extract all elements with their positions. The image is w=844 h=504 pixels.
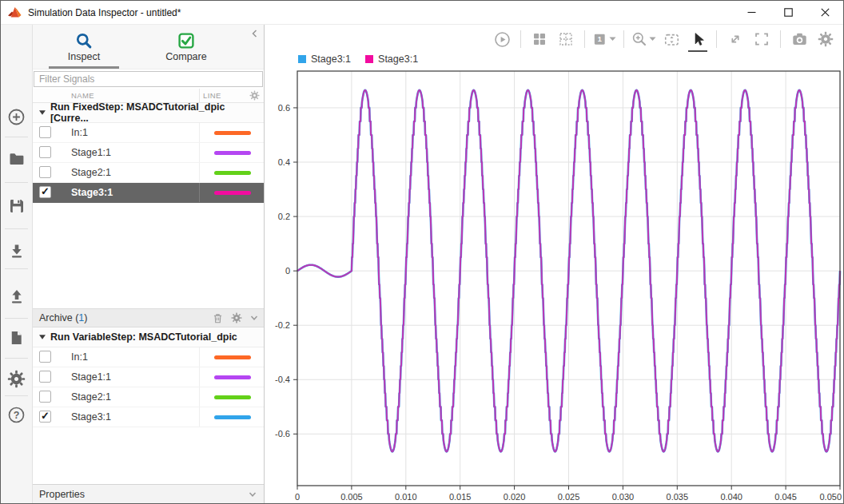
toolbar-divider bbox=[716, 30, 717, 48]
column-header-name: NAME bbox=[71, 91, 94, 100]
run-title: Run FixedStep: MSADCTutorial_dpic [Curre… bbox=[50, 101, 264, 124]
signal-line-swatch[interactable] bbox=[214, 355, 251, 359]
trash-icon[interactable] bbox=[212, 312, 224, 324]
y-tick-label: 0.2 bbox=[278, 212, 290, 221]
sidebar-tabs: Inspect Compare bbox=[33, 25, 264, 69]
signal-name: In:1 bbox=[71, 127, 88, 138]
archive-settings-gear-icon[interactable] bbox=[231, 312, 242, 323]
signal-row-Stage2:1[interactable]: Stage2:1 bbox=[33, 387, 264, 407]
signal-name: Stage1:1 bbox=[71, 371, 111, 383]
snapshot-button[interactable] bbox=[786, 29, 812, 50]
import-button[interactable] bbox=[1, 233, 32, 268]
pointer-cursor-icon bbox=[690, 31, 706, 47]
filter-signals-input[interactable] bbox=[34, 71, 263, 87]
signal-checkbox[interactable] bbox=[39, 146, 51, 158]
layout-views-button[interactable]: 1 bbox=[591, 29, 618, 50]
tab-compare-label: Compare bbox=[165, 51, 206, 62]
run-group-header-variablestep[interactable]: Run VariableStep: MSADCTutorial_dpic bbox=[33, 327, 264, 347]
signal-checkbox[interactable] bbox=[39, 351, 51, 363]
close-button[interactable] bbox=[806, 1, 843, 24]
chevron-down-icon bbox=[248, 490, 257, 499]
y-tick-label: 0.6 bbox=[278, 103, 290, 113]
save-button[interactable] bbox=[1, 189, 32, 224]
signal-row-Stage2:1[interactable]: Stage2:1 bbox=[33, 163, 264, 183]
signal-line-swatch[interactable] bbox=[214, 151, 251, 155]
signal-line-swatch[interactable] bbox=[214, 171, 251, 175]
signal-line-column bbox=[199, 163, 265, 182]
dropdown-caret-icon bbox=[609, 37, 616, 42]
zoom-button[interactable] bbox=[630, 29, 658, 50]
subplot-layout-button[interactable] bbox=[527, 29, 552, 50]
archive-header[interactable]: Archive (1) bbox=[33, 308, 264, 327]
expanded-triangle-icon bbox=[39, 335, 46, 339]
x-tick-label: 0.020 bbox=[504, 492, 526, 502]
toolstrip-divider bbox=[5, 182, 28, 183]
signal-line-swatch[interactable] bbox=[214, 131, 251, 135]
export-button[interactable] bbox=[1, 279, 32, 314]
signal-checkbox[interactable] bbox=[39, 126, 51, 138]
signal-row-Stage1:1[interactable]: Stage1:1 bbox=[33, 367, 264, 387]
fit-to-view-button[interactable] bbox=[659, 29, 684, 50]
signal-row-Stage1:1[interactable]: Stage1:1 bbox=[33, 143, 264, 163]
preferences-button[interactable] bbox=[1, 361, 32, 396]
gear-icon bbox=[249, 90, 260, 101]
signal-line-column bbox=[199, 143, 265, 162]
signal-name: Stage2:1 bbox=[71, 391, 111, 403]
collapse-panel-button[interactable] bbox=[250, 29, 260, 38]
signal-row-Stage3:1[interactable]: Stage3:1 bbox=[33, 183, 264, 203]
signal-checkbox[interactable] bbox=[39, 166, 51, 178]
open-folder-icon bbox=[8, 150, 26, 168]
maximize-button[interactable] bbox=[770, 1, 806, 24]
y-tick-label: -0.4 bbox=[275, 375, 290, 384]
pointer-tool-button[interactable] bbox=[685, 29, 711, 50]
toolstrip-divider bbox=[5, 395, 28, 396]
signal-row-Stage3:1[interactable]: Stage3:1 bbox=[33, 407, 264, 427]
export-arrow-up-icon bbox=[8, 288, 26, 305]
minimize-button[interactable] bbox=[733, 1, 770, 24]
new-run-button[interactable] bbox=[1, 99, 32, 134]
signal-line-swatch[interactable] bbox=[214, 191, 251, 195]
plot-settings-button[interactable] bbox=[813, 29, 838, 50]
replay-button[interactable] bbox=[489, 29, 515, 50]
expanded-triangle-icon bbox=[39, 110, 46, 115]
fullscreen-button[interactable] bbox=[749, 29, 774, 50]
properties-bar[interactable]: Properties bbox=[33, 484, 264, 503]
signal-table-header: NAME LINE bbox=[33, 89, 264, 103]
plot-canvas[interactable]: 00.0050.0100.0150.0200.0250.0300.0350.04… bbox=[265, 50, 844, 504]
signal-line-swatch[interactable] bbox=[214, 395, 251, 399]
signal-row-In:1[interactable]: In:1 bbox=[33, 347, 264, 367]
x-tick-label: 0.015 bbox=[449, 492, 472, 502]
signal-name: Stage1:1 bbox=[71, 147, 111, 158]
tab-compare[interactable]: Compare bbox=[135, 25, 237, 69]
help-button[interactable]: ? bbox=[1, 397, 32, 432]
grid-2x2-icon bbox=[531, 31, 547, 47]
open-button[interactable] bbox=[1, 141, 32, 177]
signal-checkbox[interactable] bbox=[39, 391, 51, 403]
signal-line-swatch[interactable] bbox=[214, 375, 251, 379]
tab-inspect[interactable]: Inspect bbox=[33, 25, 135, 69]
y-tick-label: 0.4 bbox=[278, 157, 290, 167]
create-report-button[interactable] bbox=[1, 320, 32, 355]
edit-layout-button[interactable] bbox=[553, 29, 579, 50]
x-tick-label: 0.025 bbox=[558, 492, 580, 502]
archive-label: Archive bbox=[39, 312, 73, 323]
toolbar-divider bbox=[780, 30, 781, 48]
zoom-in-magnifier-icon bbox=[631, 31, 647, 47]
signal-checkbox[interactable] bbox=[39, 411, 51, 423]
run-group-header-fixedstep[interactable]: Run FixedStep: MSADCTutorial_dpic [Curre… bbox=[33, 103, 264, 123]
signal-line-column bbox=[199, 367, 265, 387]
toolbar-divider bbox=[584, 30, 585, 48]
signal-name: Stage3:1 bbox=[71, 187, 113, 198]
signal-line-swatch[interactable] bbox=[214, 415, 251, 419]
compare-check-icon bbox=[177, 32, 195, 50]
signal-checkbox[interactable] bbox=[39, 186, 51, 198]
gear-icon bbox=[818, 31, 834, 47]
signal-row-In:1[interactable]: In:1 bbox=[33, 123, 264, 143]
column-settings-button[interactable] bbox=[249, 90, 260, 101]
expand-plot-button[interactable] bbox=[723, 29, 748, 50]
chevron-down-icon[interactable] bbox=[249, 313, 259, 323]
x-tick-label: 0.010 bbox=[395, 492, 417, 502]
signal-checkbox[interactable] bbox=[39, 371, 51, 383]
y-tick-label: 0 bbox=[285, 266, 290, 276]
document-icon bbox=[8, 329, 25, 347]
